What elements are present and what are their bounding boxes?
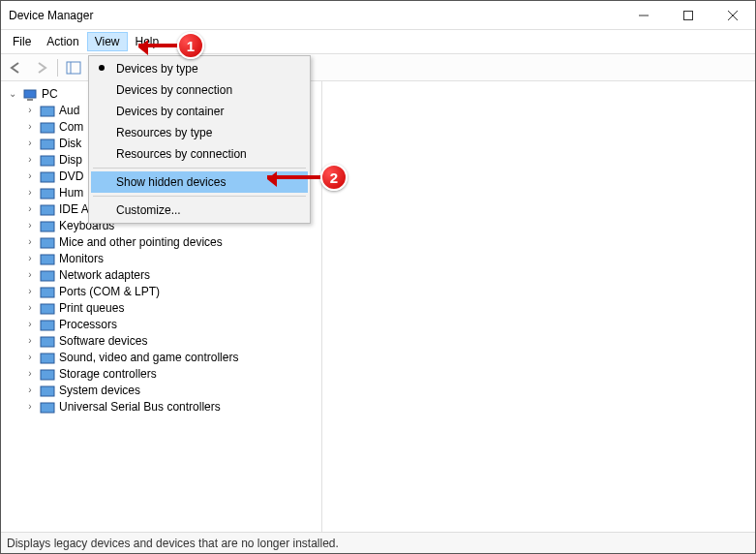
expand-arrow-icon[interactable]: ⌄ bbox=[7, 88, 18, 99]
tree-item-label: Mice and other pointing devices bbox=[59, 235, 223, 249]
svg-rect-23 bbox=[41, 321, 54, 330]
window-title: Device Manager bbox=[9, 9, 621, 22]
device-category-icon bbox=[40, 351, 55, 364]
menu-item[interactable]: Resources by connection bbox=[91, 143, 308, 165]
device-category-icon bbox=[40, 120, 55, 134]
svg-rect-8 bbox=[24, 90, 36, 98]
device-category-icon bbox=[40, 252, 55, 265]
tree-item[interactable]: ›Universal Serial Bus controllers bbox=[24, 398, 321, 415]
forward-button[interactable] bbox=[30, 57, 53, 78]
tree-item-label: DVD bbox=[59, 169, 83, 183]
svg-rect-9 bbox=[27, 99, 33, 101]
device-category-icon bbox=[40, 367, 55, 381]
annotation-1-badge: 1 bbox=[177, 32, 204, 59]
expand-arrow-icon[interactable]: › bbox=[24, 253, 36, 263]
expand-arrow-icon[interactable]: › bbox=[24, 302, 36, 313]
minimize-button[interactable] bbox=[621, 1, 666, 30]
svg-rect-13 bbox=[41, 156, 54, 166]
expand-arrow-icon[interactable]: › bbox=[24, 269, 36, 280]
svg-rect-26 bbox=[41, 370, 54, 380]
device-category-icon bbox=[40, 285, 55, 298]
details-pane bbox=[322, 81, 755, 533]
expand-arrow-icon[interactable]: › bbox=[24, 401, 36, 412]
titlebar: Device Manager bbox=[1, 1, 755, 30]
expand-arrow-icon[interactable]: › bbox=[24, 203, 36, 214]
expand-arrow-icon[interactable]: › bbox=[24, 352, 36, 362]
svg-rect-22 bbox=[41, 304, 54, 314]
svg-rect-20 bbox=[41, 271, 54, 281]
svg-rect-14 bbox=[41, 172, 54, 182]
tree-item-label: Hum bbox=[59, 186, 83, 200]
menu-item[interactable]: Devices by container bbox=[91, 101, 308, 122]
tree-item[interactable]: ›Monitors bbox=[24, 250, 321, 266]
device-category-icon bbox=[40, 400, 55, 414]
tree-icon bbox=[66, 61, 81, 75]
tree-item[interactable]: ›System devices bbox=[24, 382, 321, 398]
tree-item[interactable]: ›Ports (COM & LPT) bbox=[24, 283, 321, 299]
show-tree-button[interactable] bbox=[62, 57, 85, 78]
device-category-icon bbox=[40, 153, 55, 167]
tree-item-label: Monitors bbox=[59, 252, 104, 265]
svg-rect-27 bbox=[41, 386, 54, 396]
status-text: Displays legacy devices and devices that… bbox=[7, 537, 339, 550]
expand-arrow-icon[interactable]: › bbox=[24, 319, 36, 329]
maximize-button[interactable] bbox=[666, 1, 711, 30]
svg-rect-4 bbox=[67, 62, 80, 74]
menu-item-label: Resources by connection bbox=[116, 147, 247, 161]
back-arrow-icon bbox=[9, 62, 24, 74]
menu-item[interactable]: Resources by type bbox=[91, 122, 308, 143]
menu-view[interactable]: View bbox=[87, 32, 128, 51]
svg-rect-17 bbox=[41, 222, 54, 231]
tree-item[interactable]: ›Sound, video and game controllers bbox=[24, 349, 321, 365]
expand-arrow-icon[interactable]: › bbox=[24, 236, 36, 247]
menu-item[interactable]: Customize... bbox=[91, 200, 308, 221]
tree-item[interactable]: ›Print queues bbox=[24, 299, 321, 316]
menu-action[interactable]: Action bbox=[39, 32, 86, 51]
tree-item-label: Universal Serial Bus controllers bbox=[59, 400, 221, 414]
expand-arrow-icon[interactable]: › bbox=[24, 335, 36, 346]
expand-arrow-icon[interactable]: › bbox=[24, 170, 36, 181]
menu-file[interactable]: File bbox=[5, 32, 39, 51]
tree-item[interactable]: ›Mice and other pointing devices bbox=[24, 233, 321, 250]
window-controls bbox=[621, 1, 755, 30]
expand-arrow-icon[interactable]: › bbox=[24, 385, 36, 395]
tree-item-label: System devices bbox=[59, 384, 140, 397]
tree-item-label: Storage controllers bbox=[59, 367, 157, 381]
tree-item[interactable]: ›Storage controllers bbox=[24, 365, 321, 382]
expand-arrow-icon[interactable]: › bbox=[24, 154, 36, 165]
svg-rect-19 bbox=[41, 255, 54, 264]
svg-rect-12 bbox=[41, 139, 54, 149]
close-button[interactable] bbox=[711, 1, 755, 30]
device-category-icon bbox=[40, 334, 55, 348]
menu-item-label: Show hidden devices bbox=[116, 175, 226, 189]
tree-item-label: Aud bbox=[59, 104, 79, 117]
close-icon bbox=[728, 11, 738, 20]
menu-item[interactable]: Devices by connection bbox=[91, 79, 308, 101]
device-category-icon bbox=[40, 384, 55, 397]
expand-arrow-icon[interactable]: › bbox=[24, 121, 36, 132]
menubar: File Action View Help bbox=[1, 30, 755, 54]
expand-arrow-icon[interactable]: › bbox=[24, 368, 36, 379]
tree-item[interactable]: ›Processors bbox=[24, 316, 321, 332]
tree-item[interactable]: ›Software devices bbox=[24, 332, 321, 349]
tree-item-label: Network adapters bbox=[59, 268, 150, 282]
expand-arrow-icon[interactable]: › bbox=[24, 187, 36, 198]
svg-rect-15 bbox=[41, 189, 54, 199]
menu-item-label: Devices by type bbox=[116, 62, 198, 76]
statusbar: Displays legacy devices and devices that… bbox=[1, 532, 755, 553]
tree-item-label: Com bbox=[59, 120, 83, 134]
device-category-icon bbox=[40, 169, 55, 183]
expand-arrow-icon[interactable]: › bbox=[24, 286, 36, 296]
back-button[interactable] bbox=[5, 57, 28, 78]
expand-arrow-icon[interactable]: › bbox=[24, 220, 36, 231]
menu-item-label: Devices by connection bbox=[116, 83, 232, 97]
expand-arrow-icon[interactable]: › bbox=[24, 105, 36, 115]
svg-rect-24 bbox=[41, 337, 54, 347]
device-category-icon bbox=[40, 186, 55, 200]
device-category-icon bbox=[40, 235, 55, 249]
menu-item[interactable]: Devices by type bbox=[91, 58, 308, 79]
tree-item[interactable]: ›Network adapters bbox=[24, 266, 321, 283]
device-category-icon bbox=[40, 202, 55, 216]
expand-arrow-icon[interactable]: › bbox=[24, 138, 36, 148]
menu-item-label: Customize... bbox=[116, 203, 181, 217]
